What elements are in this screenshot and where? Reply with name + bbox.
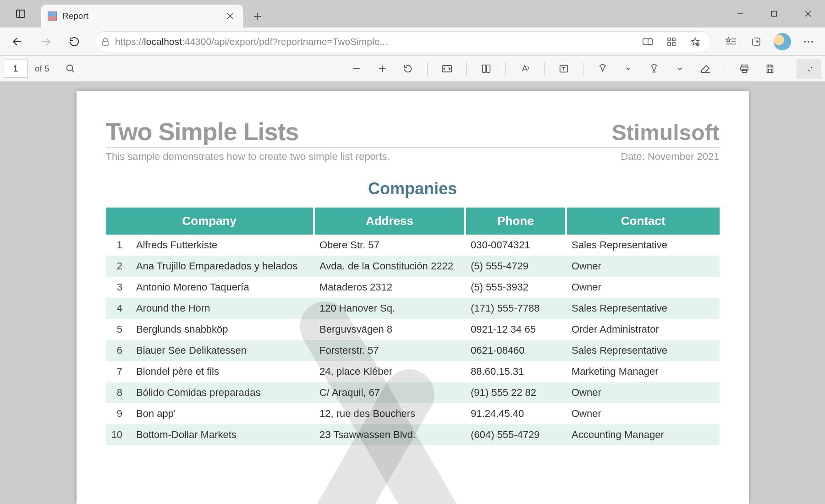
draw-dropdown[interactable] <box>617 59 639 79</box>
reader-mode-icon[interactable] <box>638 38 657 46</box>
cell-company: Bon app' <box>131 403 314 424</box>
refresh-button[interactable] <box>60 30 88 54</box>
cell-address: Mataderos 2312 <box>314 277 465 298</box>
th-phone: Phone <box>465 208 566 235</box>
back-button[interactable] <box>4 30 31 54</box>
zoom-out-button[interactable] <box>346 59 368 79</box>
cell-company: Bottom-Dollar Markets <box>131 424 314 445</box>
new-tab-button[interactable] <box>247 5 269 27</box>
cell-contact: Order Administrator <box>566 319 720 340</box>
svg-rect-16 <box>672 38 675 41</box>
browser-tab[interactable]: Report <box>41 5 243 27</box>
profile-avatar[interactable] <box>774 33 791 50</box>
favorites-list-icon[interactable] <box>718 30 743 54</box>
read-aloud-button[interactable] <box>514 59 536 79</box>
page-view-button[interactable] <box>475 59 497 79</box>
section-title: Companies <box>106 179 720 198</box>
svg-rect-0 <box>16 10 25 17</box>
th-company: Company <box>106 208 314 235</box>
separator <box>583 62 583 76</box>
cell-phone: (171) 555-7788 <box>465 298 566 319</box>
cell-phone: 0921-12 34 65 <box>465 319 566 340</box>
svg-rect-38 <box>483 65 486 72</box>
more-menu-button[interactable] <box>796 30 821 54</box>
cell-contact: Owner <box>566 382 720 403</box>
cell-contact: Marketing Manager <box>566 361 720 382</box>
cell-company: Blauer See Delikatessen <box>131 340 314 361</box>
table-row: 8Bólido Comidas preparadasC/ Araquil, 67… <box>106 382 720 403</box>
fit-width-button[interactable] <box>436 59 458 79</box>
table-row: 7Blondel père et fils24, place Kléber88.… <box>106 361 720 382</box>
lock-icon <box>101 37 110 46</box>
report-brand: Stimulsoft <box>612 120 720 145</box>
separator <box>505 62 506 76</box>
cell-phone: (5) 555-4729 <box>465 256 566 277</box>
table-row: 2Ana Trujillo Emparedados y heladosAvda.… <box>106 256 720 277</box>
favorite-icon[interactable] <box>686 37 704 47</box>
table-row: 1Alfreds FutterkisteObere Str. 57030-007… <box>106 235 720 256</box>
close-window-button[interactable] <box>791 0 825 27</box>
separator <box>725 62 725 76</box>
tab-actions-button[interactable] <box>0 0 41 27</box>
svg-rect-12 <box>103 41 108 45</box>
cell-contact: Accounting Manager <box>566 424 720 445</box>
save-button[interactable] <box>759 59 781 79</box>
qr-icon[interactable] <box>662 37 681 46</box>
report-date: Date: November 2021 <box>621 151 719 163</box>
cell-contact: Owner <box>566 403 720 424</box>
tab-title: Report <box>62 11 218 21</box>
separator <box>427 62 428 76</box>
page-count-label: of 5 <box>35 64 50 74</box>
maximize-button[interactable] <box>757 0 791 27</box>
pin-toolbar-button[interactable] <box>797 59 821 79</box>
zoom-in-button[interactable] <box>371 59 393 79</box>
separator <box>466 62 467 76</box>
cell-address: Avda. de la Constitución 2222 <box>314 256 465 277</box>
cell-company: Ana Trujillo Emparedados y helados <box>131 256 314 277</box>
page-number-input[interactable] <box>4 60 28 78</box>
table-row: 5Berglunds snabbköpBerguvsvägen 80921-12… <box>106 319 720 340</box>
cell-contact: Sales Representative <box>566 298 720 319</box>
cell-address: 120 Hanover Sq. <box>314 298 465 319</box>
cell-index: 3 <box>106 277 131 298</box>
close-tab-button[interactable] <box>224 10 236 22</box>
th-address: Address <box>314 208 465 235</box>
cell-index: 6 <box>106 340 131 361</box>
svg-marker-23 <box>726 38 731 42</box>
cell-company: Alfreds Futterkiste <box>131 235 314 256</box>
search-icon[interactable] <box>60 59 82 79</box>
separator <box>544 62 544 76</box>
cell-company: Around the Horn <box>131 298 314 319</box>
cell-address: Forsterstr. 57 <box>314 340 465 361</box>
minimize-button[interactable] <box>723 0 757 27</box>
cell-index: 8 <box>106 382 131 403</box>
cell-address: 12, rue des Bouchers <box>314 403 465 424</box>
erase-button[interactable] <box>694 59 716 79</box>
address-bar[interactable]: https://localhost:44300/api/export/pdf?r… <box>94 31 711 52</box>
cell-company: Bólido Comidas preparadas <box>131 382 314 403</box>
table-row: 4Around the Horn120 Hanover Sq.(171) 555… <box>106 298 720 319</box>
svg-rect-13 <box>643 38 652 44</box>
draw-button[interactable] <box>592 59 614 79</box>
svg-rect-17 <box>668 43 671 45</box>
report-title: Two Simple Lists <box>106 117 299 146</box>
cell-phone: 88.60.15.31 <box>465 361 566 382</box>
svg-point-30 <box>808 41 809 43</box>
pdf-viewport[interactable]: Two Simple Lists Stimulsoft This sample … <box>0 82 825 504</box>
rotate-button[interactable] <box>397 59 419 79</box>
cell-phone: (604) 555-4729 <box>465 424 566 445</box>
print-button[interactable] <box>733 59 755 79</box>
cell-phone: (5) 555-3932 <box>465 277 566 298</box>
forward-button[interactable] <box>32 30 60 54</box>
add-text-button[interactable] <box>553 59 575 79</box>
cell-index: 5 <box>106 319 131 340</box>
svg-rect-18 <box>672 43 675 45</box>
cell-contact: Owner <box>566 256 720 277</box>
collections-icon[interactable] <box>743 30 769 54</box>
svg-point-29 <box>804 41 806 43</box>
svg-rect-49 <box>768 65 771 67</box>
highlight-dropdown[interactable] <box>669 59 691 79</box>
highlight-button[interactable] <box>643 59 665 79</box>
cell-address: C/ Araquil, 67 <box>314 382 465 403</box>
url-text: https://localhost:44300/api/export/pdf?r… <box>115 36 633 47</box>
